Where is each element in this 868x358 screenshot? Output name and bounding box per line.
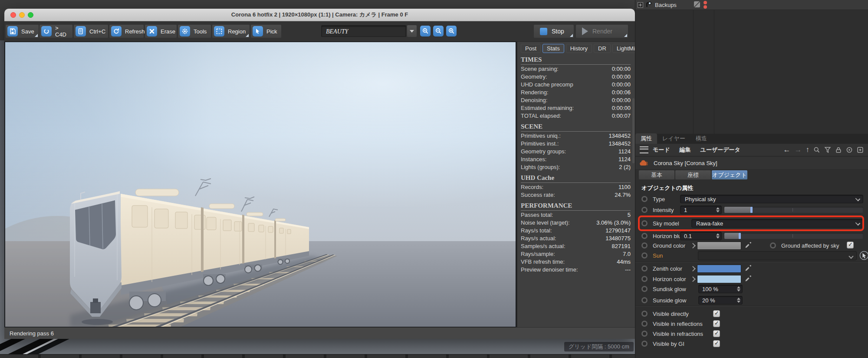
copy-button[interactable]: Ctrl+C	[74, 25, 108, 38]
zenith-color-swatch[interactable]	[697, 265, 741, 273]
tab-object[interactable]: オブジェクト	[712, 170, 747, 179]
lock-icon[interactable]	[835, 146, 842, 153]
visible-reflections-checkbox[interactable]	[713, 320, 720, 327]
track-target-icon[interactable]	[846, 146, 853, 153]
tab-stats[interactable]: Stats	[542, 44, 564, 53]
intensity-input[interactable]: 1	[680, 206, 722, 214]
option-dot[interactable]	[641, 242, 648, 249]
tab-basic[interactable]: 基本	[639, 170, 674, 179]
option-dot[interactable]	[641, 233, 648, 239]
up-arrow-icon[interactable]: ↑	[806, 146, 810, 153]
eyedropper-icon[interactable]	[745, 265, 752, 272]
zoom-reset-button[interactable]	[446, 26, 457, 36]
rendered-image	[5, 42, 516, 327]
sun-link-field[interactable]	[698, 251, 857, 260]
back-arrow-icon[interactable]: ←	[783, 146, 791, 153]
tab-post[interactable]: Post	[521, 44, 541, 53]
save-button[interactable]: Save	[6, 25, 39, 38]
section-scene: SCENE	[521, 123, 631, 132]
render-canvas[interactable]	[4, 42, 516, 327]
disclosure-arrow-icon[interactable]	[690, 276, 696, 282]
tab-attributes[interactable]: 属性	[635, 133, 657, 144]
option-dot[interactable]	[641, 297, 648, 303]
option-dot[interactable]	[770, 242, 776, 249]
stats-scrollbar[interactable]	[632, 98, 635, 163]
zoom-out-button[interactable]	[433, 26, 444, 36]
pick-object-button[interactable]	[859, 251, 868, 260]
horizon-blur-input[interactable]: 0.1	[680, 232, 722, 240]
erase-button[interactable]: Erase	[145, 25, 177, 38]
option-dot[interactable]	[641, 196, 648, 202]
region-button[interactable]: Region	[212, 25, 250, 38]
disclosure-arrow-icon[interactable]	[690, 243, 696, 249]
visible-gi-checkbox[interactable]	[713, 340, 720, 347]
layer-toggle-icon[interactable]	[694, 1, 700, 7]
tools-button[interactable]: Tools	[178, 25, 211, 38]
window-titlebar[interactable]: Corona 6 hotfix 2 | 1920×1080px (1:1) | …	[4, 9, 635, 21]
new-panel-icon[interactable]	[857, 146, 864, 153]
stop-button[interactable]: Stop	[534, 25, 574, 38]
tab-structure[interactable]: 構造	[690, 133, 712, 144]
zoom-in-button[interactable]	[420, 26, 431, 36]
option-dot[interactable]	[641, 276, 648, 282]
hamburger-menu-icon[interactable]	[640, 146, 648, 153]
stat-row: Scene parsing:0:00:00	[521, 65, 631, 73]
eyedropper-icon[interactable]	[745, 242, 752, 249]
ground-affected-checkbox[interactable]	[847, 242, 854, 249]
column-divider	[693, 0, 694, 134]
ground-color-swatch[interactable]	[697, 242, 741, 250]
expand-icon[interactable]	[638, 2, 643, 8]
horizon-blur-slider[interactable]	[724, 233, 863, 239]
eyedropper-icon[interactable]	[745, 275, 752, 282]
option-dot[interactable]	[641, 311, 648, 317]
menu-mode[interactable]: モード	[653, 146, 670, 154]
selected-object-header[interactable]: Corona Sky [Corona Sky]	[635, 156, 868, 169]
stat-row: Geometry groups:1124	[521, 148, 631, 156]
spinner-arrows[interactable]	[737, 286, 740, 292]
attr-row-type: Type Physical sky	[635, 194, 868, 204]
spinner-arrows[interactable]	[716, 233, 720, 239]
type-dropdown[interactable]: Physical sky	[680, 195, 863, 203]
tab-history[interactable]: History	[566, 44, 592, 53]
option-dot[interactable]	[641, 207, 648, 213]
object-manager[interactable]	[635, 0, 868, 134]
option-dot[interactable]	[641, 321, 648, 327]
menu-userdata[interactable]: ユーザーデータ	[700, 146, 740, 154]
option-dot[interactable]	[641, 265, 648, 272]
chevron-down-icon	[410, 30, 414, 33]
tab-coordinates[interactable]: 座標	[675, 170, 711, 179]
option-dot[interactable]	[641, 341, 648, 347]
option-dot[interactable]	[641, 252, 648, 259]
spinner-arrows[interactable]	[737, 298, 740, 303]
object-tree-item-backups[interactable]: Backups	[635, 0, 868, 10]
render-visibility-dot[interactable]	[704, 5, 707, 9]
filter-icon[interactable]	[824, 146, 831, 153]
refresh-button[interactable]: Refresh	[109, 25, 144, 38]
editor-visibility-dot[interactable]	[704, 1, 707, 4]
disclosure-arrow-icon[interactable]	[690, 266, 696, 272]
sunside-glow-input[interactable]: 20 %	[698, 296, 743, 305]
stat-row: Records:1100	[521, 183, 631, 191]
option-dot[interactable]	[641, 286, 648, 292]
spinner-arrows[interactable]	[716, 207, 720, 212]
corona-vfb-window: Corona 6 hotfix 2 | 1920×1080px (1:1) | …	[4, 9, 635, 339]
attr-row-sunside-glow: Sunside glow 20 %	[635, 295, 868, 305]
visible-refractions-checkbox[interactable]	[713, 330, 720, 337]
visible-directly-checkbox[interactable]	[713, 310, 720, 317]
pass-dropdown-button[interactable]	[407, 25, 417, 37]
tab-lightmix[interactable]: LightMix	[612, 44, 635, 53]
menu-edit[interactable]: 編集	[680, 146, 691, 154]
to-c4d-button[interactable]: > C4D	[39, 25, 72, 38]
pick-button[interactable]: Pick	[251, 25, 281, 38]
tab-dr[interactable]: DR	[594, 44, 611, 53]
option-dot[interactable]	[641, 331, 648, 337]
tab-layers[interactable]: レイヤー	[657, 133, 690, 144]
search-icon[interactable]	[813, 146, 820, 153]
intensity-slider[interactable]	[724, 207, 863, 213]
render-button[interactable]: Render	[576, 25, 628, 38]
forward-arrow-icon[interactable]: →	[795, 146, 802, 153]
horizon-color-swatch[interactable]	[697, 275, 741, 283]
render-pass-selector[interactable]: BEAUTY	[321, 25, 406, 37]
vfb-side-panel: Post Stats History DR LightMix TIMES Sce…	[516, 42, 635, 327]
sundisk-glow-input[interactable]: 100 %	[698, 285, 743, 293]
